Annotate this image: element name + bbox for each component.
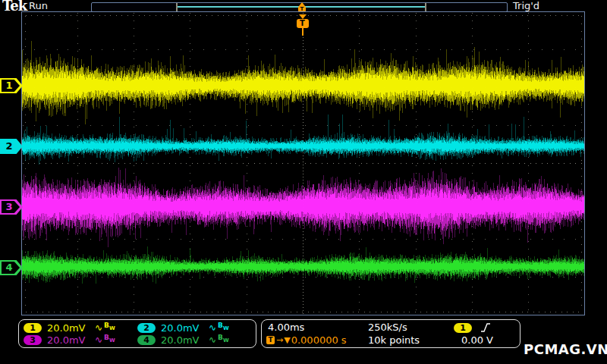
record-view-bracket-right xyxy=(425,3,426,11)
vertical-readout-box: 1 20.0mV ∿BW 2 20.0mV ∿BW 3 20.0mV ∿BW 4… xyxy=(18,319,256,348)
ch2-readout[interactable]: 2 20.0mV ∿BW xyxy=(137,322,251,334)
horizontal-trigger-readout-box: 4.00ms 250kS/s 10k points 1 0.00 V T → ▼… xyxy=(261,319,521,348)
trigger-t-icon: T xyxy=(297,19,309,28)
ch1-marker-label: 1 xyxy=(0,78,18,93)
rising-slope-icon xyxy=(480,322,491,333)
ch3-badge: 3 xyxy=(24,335,42,345)
ch2-marker-label: 2 xyxy=(0,139,18,154)
ch2-coupling-bw-icon: ∿BW xyxy=(209,322,229,333)
ch3-coupling-bw-icon: ∿BW xyxy=(95,334,115,345)
ch1-readout[interactable]: 1 20.0mV ∿BW xyxy=(24,322,137,334)
trigger-position-value: 0.000000 s xyxy=(291,334,347,346)
ch1-scale: 20.0mV xyxy=(47,322,90,334)
ch1-badge: 1 xyxy=(24,323,42,333)
timebase-readout[interactable]: 4.00ms xyxy=(268,322,304,333)
trigger-t-icon: T xyxy=(266,336,275,344)
ch4-readout[interactable]: 4 20.0mV ∿BW xyxy=(137,334,251,346)
ch3-scale: 20.0mV xyxy=(47,334,90,346)
ch4-badge: 4 xyxy=(137,335,156,345)
ch2-scale: 20.0mV xyxy=(161,322,203,334)
ch4-position-marker[interactable]: 4 xyxy=(0,260,23,275)
arrow-right-icon: → xyxy=(276,336,283,344)
ch2-badge: 2 xyxy=(137,323,156,333)
ch4-scale: 20.0mV xyxy=(161,334,203,346)
watermark: PCMAG.VN xyxy=(524,341,607,357)
oscilloscope-screen: Tek Run Trig'd T T 1 2 3 4 xyxy=(0,0,607,364)
acquisition-status: Run xyxy=(29,0,48,11)
trigger-marker-stub xyxy=(302,28,304,36)
ch4-coupling-bw-icon: ∿BW xyxy=(209,334,229,345)
sample-rate-readout: 250kS/s xyxy=(368,322,407,333)
trigger-level-readout[interactable]: 0.00 V xyxy=(461,334,493,346)
ch2-position-marker[interactable]: 2 xyxy=(0,139,23,154)
arrow-down-icon: ▼ xyxy=(284,336,290,344)
ch4-marker-label: 4 xyxy=(0,260,18,275)
ch3-readout[interactable]: 3 20.0mV ∿BW xyxy=(24,334,137,346)
record-length-readout: 10k points xyxy=(368,334,420,346)
ch1-coupling-bw-icon: ∿BW xyxy=(95,322,115,333)
scope-display xyxy=(21,11,585,315)
trigger-position-readout[interactable]: T → ▼ 0.000000 s xyxy=(266,334,347,346)
ch1-position-marker[interactable]: 1 xyxy=(0,78,23,93)
trigger-position-marker[interactable]: T xyxy=(296,14,309,36)
trigger-status: Trig'd xyxy=(513,0,539,11)
ch3-marker-label: 3 xyxy=(0,199,18,215)
trigger-source-badge[interactable]: 1 xyxy=(454,323,472,333)
ch3-position-marker[interactable]: 3 xyxy=(0,199,23,215)
